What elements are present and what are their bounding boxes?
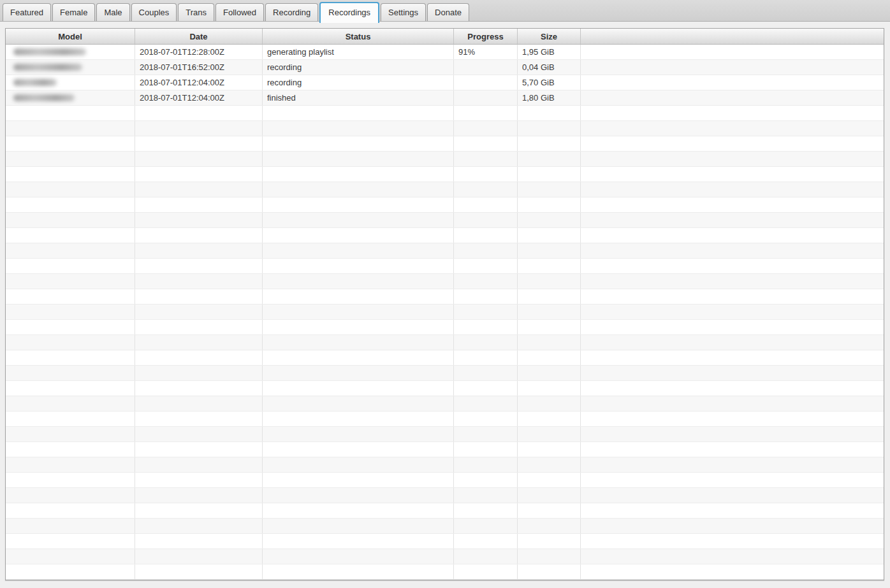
cell-model — [6, 136, 135, 151]
cell-date — [135, 412, 263, 426]
cell-extra — [581, 335, 884, 350]
cell-extra — [581, 442, 884, 457]
recording-row[interactable]: 2018-07-01T12:28:00Zgenerating playlist9… — [6, 45, 884, 60]
table-header-row: ModelDateStatusProgressSize — [6, 29, 884, 45]
column-header-status[interactable]: Status — [263, 29, 454, 44]
recording-row[interactable]: 2018-07-01T16:52:00Zrecording0,04 GiB — [6, 60, 884, 75]
cell-size — [518, 381, 581, 396]
cell-model — [6, 427, 135, 441]
cell-model — [6, 90, 135, 105]
cell-extra — [581, 243, 884, 258]
cell-text-size: 1,95 GiB — [522, 47, 555, 57]
empty-row — [6, 335, 884, 350]
cell-size — [518, 106, 581, 120]
cell-size — [518, 473, 581, 487]
column-header-label: Date — [189, 32, 207, 41]
cell-status — [263, 197, 454, 212]
cell-size — [518, 366, 581, 380]
tab-label: Female — [60, 8, 87, 17]
cell-date — [135, 503, 263, 518]
column-header-label: Status — [346, 32, 371, 41]
cell-size — [518, 213, 581, 227]
column-header-extra[interactable] — [581, 29, 884, 44]
cell-date: 2018-07-01T12:04:00Z — [135, 90, 263, 105]
tab-label: Settings — [388, 8, 418, 17]
cell-size: 1,95 GiB — [518, 45, 581, 59]
tab-donate[interactable]: Donate — [427, 3, 469, 21]
app-window: FeaturedFemaleMaleCouplesTransFollowedRe… — [0, 0, 890, 588]
column-header-date[interactable]: Date — [135, 29, 263, 44]
cell-size: 1,80 GiB — [518, 90, 581, 105]
cell-date — [135, 213, 263, 227]
cell-status — [263, 412, 454, 426]
tab-label: Recording — [273, 8, 310, 17]
recording-row[interactable]: 2018-07-01T12:04:00Zrecording5,70 GiB — [6, 75, 884, 90]
cell-status — [263, 182, 454, 197]
cell-extra — [581, 534, 884, 549]
tab-featured[interactable]: Featured — [3, 3, 51, 21]
cell-model — [6, 381, 135, 396]
column-header-size[interactable]: Size — [518, 29, 581, 44]
cell-date — [135, 335, 263, 350]
tab-followed[interactable]: Followed — [215, 3, 264, 21]
model-name-redacted — [13, 48, 86, 55]
cell-model — [6, 274, 135, 289]
cell-progress — [454, 412, 518, 426]
cell-extra — [581, 396, 884, 411]
cell-size — [518, 136, 581, 151]
cell-text-date: 2018-07-01T12:04:00Z — [140, 93, 224, 103]
cell-status — [263, 396, 454, 411]
cell-text-size: 5,70 GiB — [522, 78, 555, 87]
cell-extra — [581, 564, 884, 579]
tab-settings[interactable]: Settings — [381, 3, 426, 21]
cell-size — [518, 228, 581, 243]
cell-model — [6, 457, 135, 472]
cell-progress — [454, 75, 518, 90]
cell-extra — [581, 519, 884, 533]
empty-row — [6, 396, 884, 412]
cell-extra — [581, 213, 884, 227]
empty-row — [6, 519, 884, 534]
cell-progress — [454, 320, 518, 334]
cell-model — [6, 335, 135, 350]
tab-male[interactable]: Male — [96, 3, 129, 21]
empty-row — [6, 136, 884, 152]
tab-label: Trans — [186, 8, 207, 17]
recording-row[interactable]: 2018-07-01T12:04:00Zfinished1,80 GiB — [6, 90, 884, 106]
cell-date — [135, 197, 263, 212]
empty-row — [6, 488, 884, 503]
tab-label: Followed — [223, 8, 256, 17]
cell-progress — [454, 243, 518, 258]
column-header-progress[interactable]: Progress — [454, 29, 518, 44]
cell-size — [518, 427, 581, 441]
tab-label: Featured — [10, 8, 43, 17]
cell-status: generating playlist — [263, 45, 454, 59]
tab-trans[interactable]: Trans — [178, 3, 214, 21]
cell-date — [135, 534, 263, 549]
cell-status — [263, 427, 454, 441]
cell-date — [135, 106, 263, 120]
cell-date — [135, 427, 263, 441]
tab-recording[interactable]: Recording — [265, 3, 318, 21]
empty-row — [6, 228, 884, 243]
cell-progress — [454, 335, 518, 350]
cell-model — [6, 213, 135, 227]
cell-progress — [454, 274, 518, 289]
cell-status — [263, 366, 454, 380]
tab-recordings[interactable]: Recordings — [319, 2, 379, 23]
cell-extra — [581, 488, 884, 503]
model-name-redacted — [13, 64, 82, 71]
cell-model — [6, 197, 135, 212]
cell-date: 2018-07-01T16:52:00Z — [135, 60, 263, 75]
cell-extra — [581, 197, 884, 212]
tab-female[interactable]: Female — [52, 3, 95, 21]
cell-text-size: 0,04 GiB — [522, 62, 555, 72]
cell-extra — [581, 350, 884, 365]
tab-couples[interactable]: Couples — [131, 3, 177, 21]
cell-model — [6, 182, 135, 197]
empty-row — [6, 534, 884, 549]
empty-row — [6, 106, 884, 121]
empty-row — [6, 427, 884, 442]
column-header-model[interactable]: Model — [6, 29, 135, 44]
cell-progress — [454, 90, 518, 105]
